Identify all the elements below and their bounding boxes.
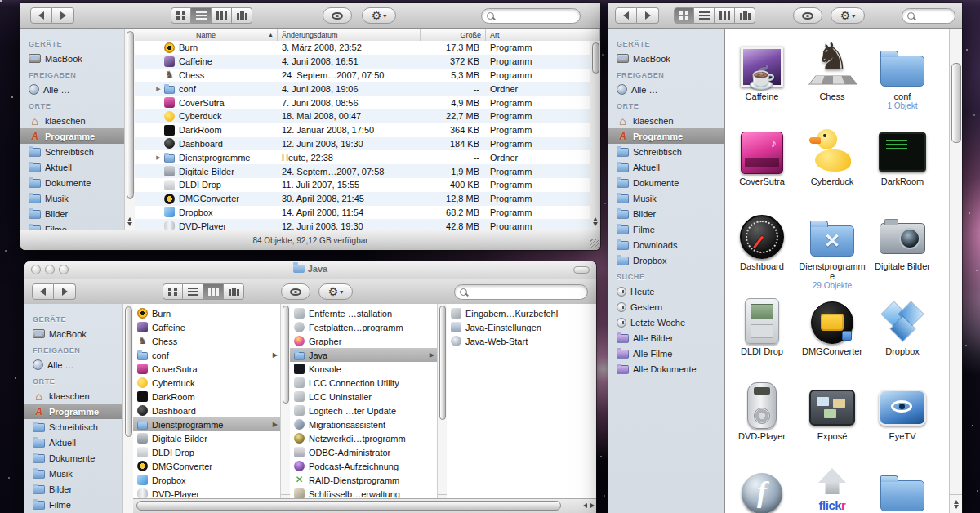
view-coverflow-button[interactable] (735, 7, 755, 24)
sidebar-item-alle[interactable]: Alle … (608, 82, 724, 97)
browser-item-dldi-drop[interactable]: DLDI Drop (133, 445, 289, 459)
sidebar-scrollbar[interactable] (124, 29, 135, 230)
sidebar-item-alle-dokumente[interactable]: Alle Dokumente (608, 361, 724, 377)
sidebar-item-filme[interactable]: Filme (608, 221, 724, 237)
browser-item-dmgconverter[interactable]: DMGConverter (133, 459, 289, 473)
sidebar-item-alle[interactable]: Alle … (24, 357, 132, 372)
back-button[interactable] (615, 7, 637, 24)
sidebar-item-bilder[interactable]: Bilder (608, 206, 724, 221)
icon-item-coversutra[interactable]: CoverSutra (727, 125, 797, 210)
sidebar-item-aktuell[interactable]: Aktuell (20, 159, 134, 175)
resize-grip[interactable] (590, 239, 599, 248)
icon-item-digitale-bilder[interactable]: Digitale Bilder (867, 210, 938, 295)
view-list-button[interactable] (183, 283, 203, 300)
list-row-chess[interactable]: ♞Chess24. Septem…2007, 07:505,3 MBProgra… (135, 69, 590, 83)
scrollbar-arrows[interactable] (950, 494, 962, 513)
icon-item-expos[interactable]: Exposé (797, 380, 867, 465)
view-columns-button[interactable] (212, 7, 232, 24)
browser-item-logitech-ter-update[interactable]: Logitech …ter Update (290, 404, 446, 417)
view-columns-button[interactable] (715, 7, 735, 24)
sidebar-item-dokumente[interactable]: Dokumente (608, 175, 724, 190)
disclosure-triangle[interactable]: ▶ (153, 154, 164, 161)
view-icons-button[interactable] (163, 283, 183, 300)
sidebar-item-heute[interactable]: Heute (608, 283, 724, 299)
sidebar-item-gestern[interactable]: Gestern (608, 299, 724, 314)
list-row-darkroom[interactable]: DarkRoom12. Januar 2008, 17:50364 KBProg… (135, 123, 590, 137)
browser-item-caffeine[interactable]: Caffeine (133, 320, 289, 334)
sidebar-item-downloads[interactable]: Downloads (608, 237, 724, 252)
icon-item-eyetv[interactable]: EyeTV (867, 380, 938, 465)
icon-item-dvd-player[interactable]: DVD-Player (727, 380, 797, 465)
sidebar-item-dokumente[interactable]: Dokumente (24, 450, 132, 466)
browser-item-grapher[interactable]: Grapher (290, 334, 446, 348)
icon-item-dmgconverter[interactable]: DMGConverter (797, 295, 867, 380)
browser-item-dropbox[interactable]: Dropbox (133, 473, 289, 487)
icon-item-flash[interactable] (727, 465, 797, 513)
browser-item-digitale-bilder[interactable]: Digitale Bilder (133, 431, 289, 445)
icon-view-scrollbar[interactable] (949, 29, 962, 513)
icon-item-dashboard[interactable]: Dashboard (727, 210, 797, 295)
sidebar-item-musik[interactable]: Musik (608, 190, 724, 206)
scrollbar-thumb[interactable] (951, 63, 961, 143)
scrollbar-thumb[interactable] (125, 306, 132, 437)
scrollbar-thumb[interactable] (439, 306, 446, 420)
sidebar-item-letzte-woche[interactable]: Letzte Woche (608, 314, 724, 330)
browser-item-cyberduck[interactable]: Cyberduck (133, 376, 289, 390)
sidebar-item-programme[interactable]: Programme (608, 128, 724, 144)
browser-item-burn[interactable]: Burn (133, 306, 289, 320)
list-scrollbar[interactable] (590, 41, 600, 230)
sidebar-item-musik[interactable]: Musik (24, 466, 132, 481)
action-menu-button[interactable]: ⚙▾ (362, 7, 396, 24)
browser-item-migrationsassistent[interactable]: Migrationsassistent (290, 417, 446, 431)
scrollbar-arrows[interactable] (590, 212, 600, 230)
title-bar[interactable]: Java (24, 261, 596, 279)
quicklook-button[interactable] (281, 283, 310, 300)
list-row-dienstprogramme[interactable]: ▶DienstprogrammeHeute, 22:38--Ordner (135, 150, 590, 164)
sidebar-item-musik[interactable]: Musik (20, 190, 134, 206)
column-scrollbar[interactable] (280, 304, 290, 513)
search-field[interactable] (454, 284, 588, 300)
sidebar-item-bilder[interactable]: Bilder (20, 206, 134, 221)
back-button[interactable] (32, 283, 54, 300)
view-list-button[interactable] (191, 7, 212, 24)
view-coverflow-button[interactable] (224, 283, 244, 300)
icon-item-cyberduck[interactable]: Cyberduck (797, 125, 867, 210)
browser-item-darkroom[interactable]: DarkRoom (133, 390, 289, 404)
sidebar-item-programme[interactable]: Programme (20, 128, 134, 144)
browser-item-lcc-uninstaller[interactable]: LCC Uninstaller (290, 390, 446, 404)
list-row-dmgconverter[interactable]: DMGConverter30. April 2008, 21:4512,8 MB… (135, 192, 590, 206)
list-row-burn[interactable]: Burn3. März 2008, 23:5217,3 MBProgramm (135, 41, 590, 55)
search-field[interactable] (902, 8, 956, 24)
sidebar-item-macbook[interactable]: MacBook (20, 51, 134, 66)
sidebar-item-aktuell[interactable]: Aktuell (24, 435, 132, 450)
sidebar-item-bilder[interactable]: Bilder (24, 481, 132, 497)
disclosure-triangle[interactable]: ▶ (153, 86, 164, 92)
list-row-digitale-bilder[interactable]: Digitale Bilder24. Septem…2007, 07:581,9… (135, 164, 590, 178)
sidebar-item-macbook[interactable]: MacBook (608, 51, 724, 66)
view-coverflow-button[interactable] (232, 7, 252, 24)
horizontal-scrollbar[interactable] (133, 498, 596, 513)
view-columns-button[interactable] (203, 283, 224, 300)
browser-item-coversutra[interactable]: CoverSutra (133, 362, 289, 376)
icon-item-folder-plain[interactable] (867, 465, 938, 513)
sidebar-item-schreibtisch[interactable]: Schreibtisch (24, 419, 132, 435)
icon-item-dropbox[interactable]: Dropbox (867, 295, 938, 380)
scrollbar-thumb[interactable] (136, 501, 561, 511)
list-row-caffeine[interactable]: Caffeine4. Juni 2008, 16:51372 KBProgram… (135, 55, 590, 69)
icon-item-chess[interactable]: Chess (797, 40, 867, 125)
sidebar-item-schreibtisch[interactable]: Schreibtisch (20, 144, 134, 159)
view-list-button[interactable] (694, 7, 715, 24)
sidebar-item-aktuell[interactable]: Aktuell (608, 159, 724, 175)
view-icons-button[interactable] (674, 7, 694, 24)
browser-item-eingabem-kurzbefehl[interactable]: Eingabem…Kurzbefehl (447, 306, 596, 320)
column-header-name[interactable]: Name▲ (135, 29, 278, 41)
icon-item-dienstprogramme[interactable]: Dienstprogramme29 Objekte (797, 210, 867, 295)
icon-item-conf[interactable]: conf1 Objekt (867, 40, 938, 125)
list-row-dashboard[interactable]: Dashboard12. Juni 2008, 19:30184 KBProgr… (135, 137, 590, 151)
scrollbar-thumb[interactable] (592, 42, 599, 74)
view-icons-button[interactable] (171, 7, 191, 24)
column-header-art[interactable]: Art (486, 29, 600, 41)
browser-item-konsole[interactable]: Konsole (290, 362, 446, 376)
browser-item-entfernte-stallation[interactable]: Entfernte …stallation (290, 306, 446, 320)
list-row-dldi-drop[interactable]: DLDI Drop11. Juli 2007, 15:55400 KBProgr… (135, 178, 590, 192)
